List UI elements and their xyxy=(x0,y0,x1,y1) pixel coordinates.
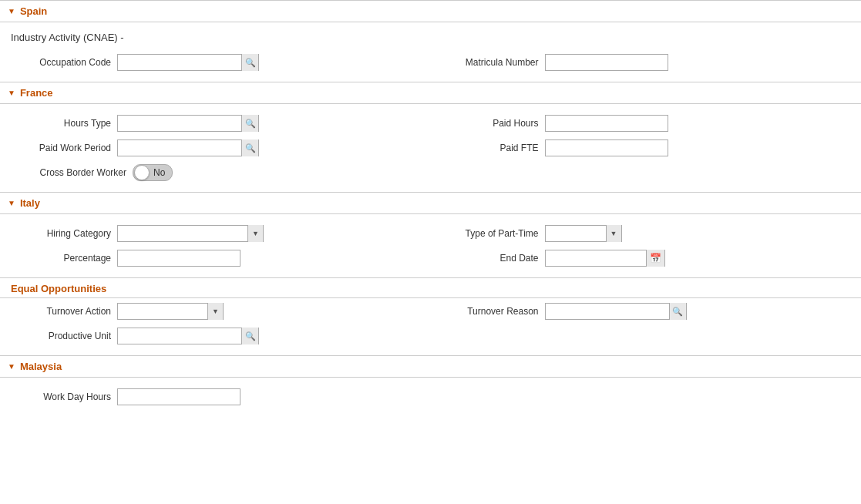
france-section: ▼ France Hours Type 🔍 Paid Hours Paid Wo… xyxy=(0,82,861,192)
spain-form-grid: Occupation Code 🔍 Matricula Number xyxy=(0,49,861,82)
turnover-reason-row: Turnover Reason 🔍 xyxy=(439,303,851,320)
cross-border-worker-label: Cross Border Worker xyxy=(11,167,126,178)
matricula-number-input[interactable] xyxy=(545,54,668,71)
paid-fte-label: Paid FTE xyxy=(439,143,539,153)
turnover-action-select[interactable] xyxy=(118,304,207,319)
paid-hours-input[interactable] xyxy=(545,115,668,132)
paid-fte-input[interactable] xyxy=(545,139,668,156)
occupation-code-input-wrapper: 🔍 xyxy=(117,54,259,71)
end-date-input[interactable] xyxy=(546,250,646,266)
turnover-action-dropdown-button[interactable]: ▼ xyxy=(207,303,223,320)
turnover-reason-input-wrapper: 🔍 xyxy=(545,303,687,320)
productive-unit-row: Productive Unit 🔍 xyxy=(11,328,423,344)
industry-activity-row: Industry Activity (CNAE) - xyxy=(0,29,861,49)
turnover-reason-label: Turnover Reason xyxy=(439,306,539,317)
cross-border-worker-toggle[interactable]: No xyxy=(133,164,173,181)
productive-unit-label: Productive Unit xyxy=(11,331,111,341)
type-of-part-time-label: Type of Part-Time xyxy=(439,228,539,239)
turnover-reason-input[interactable] xyxy=(546,304,669,319)
end-date-calendar-button[interactable]: 📅 xyxy=(646,250,664,267)
occupation-code-search-button[interactable]: 🔍 xyxy=(241,54,258,71)
spain-label: Spain xyxy=(20,5,47,17)
paid-work-period-row: Paid Work Period 🔍 xyxy=(11,139,423,156)
paid-hours-label: Paid Hours xyxy=(439,118,539,129)
hours-type-row: Hours Type 🔍 xyxy=(11,115,423,132)
hiring-category-select-wrapper: ▼ xyxy=(117,225,264,242)
type-of-part-time-dropdown-button[interactable]: ▼ xyxy=(606,225,621,242)
turnover-reason-search-button[interactable]: 🔍 xyxy=(669,303,686,320)
italy-form-grid: Hiring Category ▼ Type of Part-Time ▼ Pe… xyxy=(0,220,861,277)
percentage-row: Percentage xyxy=(11,250,423,267)
paid-work-period-search-button[interactable]: 🔍 xyxy=(241,139,258,156)
hours-type-input-wrapper: 🔍 xyxy=(117,115,259,132)
end-date-input-wrapper: 📅 xyxy=(545,250,665,267)
matricula-number-label: Matricula Number xyxy=(439,57,539,68)
occupation-code-label: Occupation Code xyxy=(11,57,111,68)
malaysia-chevron-icon: ▼ xyxy=(8,362,15,371)
matricula-number-row: Matricula Number xyxy=(439,54,851,71)
france-label: France xyxy=(20,87,53,99)
turnover-action-row: Turnover Action ▼ xyxy=(11,303,423,320)
productive-unit-input-wrapper: 🔍 xyxy=(117,328,259,344)
italy-section: ▼ Italy Hiring Category ▼ Type of Part-T… xyxy=(0,192,861,277)
work-day-hours-input[interactable] xyxy=(117,388,240,405)
italy-label: Italy xyxy=(20,197,40,209)
paid-fte-row: Paid FTE xyxy=(439,139,851,156)
hours-type-search-button[interactable]: 🔍 xyxy=(241,115,258,132)
work-day-hours-row: Work Day Hours xyxy=(11,388,423,405)
type-of-part-time-select-wrapper: ▼ xyxy=(545,225,622,242)
productive-unit-input[interactable] xyxy=(118,328,241,344)
italy-chevron-icon: ▼ xyxy=(8,199,15,207)
france-header[interactable]: ▼ France xyxy=(0,82,861,104)
spain-header[interactable]: ▼ Spain xyxy=(0,0,861,22)
italy-header[interactable]: ▼ Italy xyxy=(0,192,861,214)
hiring-category-row: Hiring Category ▼ xyxy=(11,225,423,242)
paid-work-period-label: Paid Work Period xyxy=(11,143,111,153)
type-of-part-time-select[interactable] xyxy=(546,226,606,241)
hiring-category-label: Hiring Category xyxy=(11,228,111,239)
malaysia-form-grid: Work Day Hours xyxy=(0,384,861,416)
toggle-value-label: No xyxy=(153,167,165,178)
spain-chevron-icon: ▼ xyxy=(8,7,15,15)
percentage-input[interactable] xyxy=(117,250,240,267)
cross-border-worker-row: Cross Border Worker No xyxy=(11,164,423,181)
malaysia-header[interactable]: ▼ Malaysia xyxy=(0,355,861,378)
end-date-row: End Date 📅 xyxy=(439,250,851,267)
equal-opportunities-form-grid: Turnover Action ▼ Turnover Reason 🔍 Prod… xyxy=(0,298,861,355)
hours-type-input[interactable] xyxy=(118,116,241,131)
hiring-category-dropdown-button[interactable]: ▼ xyxy=(247,225,263,242)
occupation-code-input[interactable] xyxy=(118,55,241,70)
turnover-action-select-wrapper: ▼ xyxy=(117,303,224,320)
paid-hours-row: Paid Hours xyxy=(439,115,851,132)
type-of-part-time-row: Type of Part-Time ▼ xyxy=(439,225,851,242)
france-form-grid: Hours Type 🔍 Paid Hours Paid Work Period… xyxy=(0,110,861,192)
industry-activity-value: - xyxy=(120,32,123,43)
industry-activity-label: Industry Activity (CNAE) xyxy=(11,32,118,43)
france-chevron-icon: ▼ xyxy=(8,89,15,97)
paid-work-period-input-wrapper: 🔍 xyxy=(117,139,259,156)
hiring-category-select[interactable] xyxy=(118,226,247,241)
percentage-label: Percentage xyxy=(11,253,111,264)
turnover-action-label: Turnover Action xyxy=(11,306,111,317)
occupation-code-row: Occupation Code 🔍 xyxy=(11,54,423,71)
end-date-label: End Date xyxy=(439,253,539,264)
malaysia-label: Malaysia xyxy=(20,361,62,372)
malaysia-section: ▼ Malaysia Work Day Hours xyxy=(0,355,861,416)
hours-type-label: Hours Type xyxy=(11,118,111,129)
equal-opportunities-label: Equal Opportunities xyxy=(0,278,861,297)
toggle-control[interactable]: No xyxy=(133,164,173,181)
productive-unit-search-button[interactable]: 🔍 xyxy=(241,328,258,344)
work-day-hours-label: Work Day Hours xyxy=(11,391,111,402)
paid-work-period-input[interactable] xyxy=(118,140,241,156)
spain-section: ▼ Spain Industry Activity (CNAE) - Occup… xyxy=(0,0,861,82)
toggle-knob xyxy=(134,165,150,180)
equal-opportunities-section: Equal Opportunities Turnover Action ▼ Tu… xyxy=(0,277,861,355)
